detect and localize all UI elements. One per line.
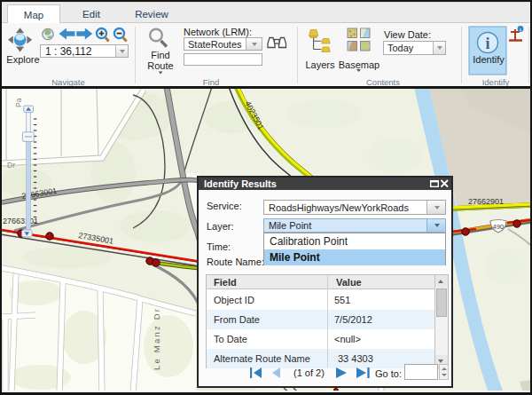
svg-text:Le Manz Dr: Le Manz Dr	[152, 307, 161, 370]
svg-text:Pa: Pa	[14, 98, 23, 107]
svg-text:Dr: Dr	[7, 161, 15, 170]
svg-text:i: i	[485, 35, 489, 52]
svg-text:27662901: 27662901	[468, 197, 504, 206]
svg-text:27663101: 27663101	[3, 217, 38, 225]
svg-text:490: 490	[493, 223, 505, 231]
